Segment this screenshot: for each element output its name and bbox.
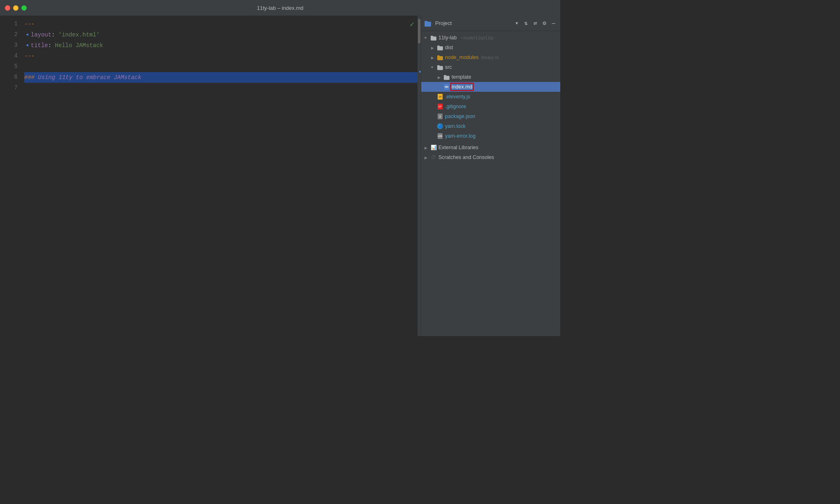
title-bar: 11ty-lab – index.md: [0, 0, 560, 16]
file-icon-eleventy-js: JS: [437, 93, 443, 100]
expand-arrow-external[interactable]: [423, 145, 429, 150]
scrollbar-line-indicator: [419, 71, 421, 73]
folder-icon-root: [430, 34, 437, 41]
folder-shape-dist: [437, 45, 443, 50]
line-number-7: 7: [0, 83, 23, 93]
yarn-error-log-name: yarn-error.log: [445, 133, 475, 139]
line-number-6: 6: [0, 72, 23, 83]
tree-item-node-modules[interactable]: node_modules library ro: [421, 52, 560, 62]
code-yaml-dash-4: ---: [24, 51, 34, 61]
editor-checkmark: ✓: [410, 20, 414, 29]
index-md-name: index.md: [452, 84, 472, 90]
project-tree[interactable]: 11ty-lab ~/code/11ty/11ty dist: [421, 31, 560, 336]
folder-blue-icon: [425, 21, 431, 26]
expand-arrow-root[interactable]: [423, 35, 429, 41]
tree-item-package-json[interactable]: {} package.json: [421, 111, 560, 121]
folder-icon-dist: [437, 44, 443, 51]
expand-arrow-template[interactable]: [436, 74, 442, 80]
code-line-3: ◀ title: Hello JAMstack: [24, 40, 418, 51]
external-libraries-icon: 📊: [430, 144, 437, 151]
code-value-3: Hello JAMstack: [55, 40, 103, 51]
expand-arrow-src[interactable]: [429, 64, 435, 70]
scrollbar-thumb[interactable]: [418, 19, 420, 43]
window-title: 11ty-lab – index.md: [257, 5, 303, 11]
tree-item-scratches-consoles[interactable]: ⏱ Scratches and Consoles: [421, 152, 560, 162]
panel-settings-icon[interactable]: ⚙: [541, 19, 548, 27]
scratches-consoles-name: Scratches and Consoles: [438, 154, 494, 160]
dist-name: dist: [445, 45, 453, 50]
code-heading-text: Using 11ty to embrace JAMstack: [34, 72, 141, 83]
gutter-icon-3: ◀: [24, 43, 30, 48]
line-number-3: 3: [0, 40, 23, 51]
file-icon-index-md: MD: [443, 84, 450, 90]
code-heading-hash: ###: [24, 72, 34, 83]
tree-item-yarn-error-log[interactable]: LOG yarn-error.log: [421, 131, 560, 141]
node-modules-name: node_modules: [445, 54, 479, 60]
code-colon-3: :: [48, 40, 55, 51]
panel-tool-icon-2[interactable]: ⇄: [532, 19, 539, 27]
scratches-consoles-icon: ⏱: [430, 154, 437, 161]
gitignore-name: .gitignore: [445, 104, 466, 109]
file-icon-package-json: {}: [437, 113, 443, 120]
code-line-4: ---: [24, 51, 418, 61]
expand-arrow-dist[interactable]: [429, 45, 435, 50]
tree-item-src[interactable]: src: [421, 62, 560, 72]
tree-item-index-md[interactable]: MD index.md: [421, 82, 560, 92]
editor-scrollbar[interactable]: [418, 16, 421, 336]
code-content[interactable]: --- ◀ layout: 'index.html' ◀ title: Hell…: [23, 16, 418, 336]
code-line-5: [24, 61, 418, 72]
folder-shape-root: [431, 36, 436, 40]
line-numbers: 1 2 3 4 5 6 7: [0, 16, 23, 336]
panel-minimize-icon[interactable]: —: [550, 19, 557, 27]
tree-item-root[interactable]: 11ty-lab ~/code/11ty/11ty: [421, 33, 560, 43]
expand-arrow-scratches[interactable]: [423, 154, 429, 160]
yarn-lock-name: yarn.lock: [445, 123, 466, 129]
src-name: src: [445, 64, 452, 70]
root-path: ~/code/11ty/11ty: [459, 35, 493, 40]
package-json-name: package.json: [445, 114, 475, 119]
code-colon-2: :: [51, 30, 58, 40]
traffic-lights: [5, 5, 27, 11]
tree-item-gitignore[interactable]: GIT .gitignore: [421, 102, 560, 111]
line-number-4: 4: [0, 51, 23, 61]
tree-item-yarn-lock[interactable]: 🔵 yarn.lock: [421, 121, 560, 131]
file-icon-yarn-lock: 🔵: [437, 123, 443, 129]
md-icon: MD: [444, 84, 449, 90]
external-libraries-name: External Libraries: [438, 145, 478, 150]
panel-tool-icon-1[interactable]: ⇅: [523, 19, 529, 27]
gutter-icon-2: ◀: [24, 32, 30, 38]
editor-lines: 1 2 3 4 5 6 7 --- ◀ layout: 'index.html': [0, 16, 421, 336]
line-number-1: 1: [0, 19, 23, 30]
yarn-log-icon: LOG: [438, 133, 443, 139]
close-button[interactable]: [5, 5, 10, 11]
file-icon-gitignore: GIT: [437, 103, 443, 110]
code-value-2: 'index.html': [58, 30, 100, 40]
tree-item-external-libraries[interactable]: 📊 External Libraries: [421, 143, 560, 152]
file-icon-yarn-error-log: LOG: [437, 133, 443, 139]
code-yaml-dash-1: ---: [24, 19, 34, 30]
root-name: 11ty-lab: [438, 35, 457, 41]
editor: 1 2 3 4 5 6 7 --- ◀ layout: 'index.html': [0, 16, 421, 336]
line-number-5: 5: [0, 61, 23, 72]
line-number-2: 2: [0, 30, 23, 40]
panel-dropdown-arrow[interactable]: ▾: [514, 19, 520, 27]
code-key-3: title: [31, 40, 48, 51]
maximize-button[interactable]: [21, 5, 27, 11]
code-key-2: layout: [31, 30, 51, 40]
folder-shape-src: [437, 65, 443, 70]
tree-item-template[interactable]: template: [421, 72, 560, 82]
main-content: 1 2 3 4 5 6 7 --- ◀ layout: 'index.html': [0, 16, 560, 336]
code-line-2: ◀ layout: 'index.html': [24, 30, 418, 40]
folder-icon-template: [443, 74, 450, 80]
panel-header: Project ▾ ⇅ ⇄ ⚙ —: [421, 16, 560, 31]
tree-item-eleventy-js[interactable]: JS .eleventy.js: [421, 92, 560, 102]
expand-arrow-node-modules[interactable]: [429, 54, 435, 60]
eleventy-js-name: .eleventy.js: [445, 94, 470, 100]
minimize-button[interactable]: [13, 5, 18, 11]
project-folder-icon: [425, 20, 431, 27]
json-icon: {}: [438, 114, 443, 119]
tree-item-dist[interactable]: dist: [421, 43, 560, 52]
folder-icon-node-modules: [437, 54, 443, 61]
panel-title: Project: [435, 20, 511, 26]
gitignore-icon: GIT: [438, 104, 443, 109]
